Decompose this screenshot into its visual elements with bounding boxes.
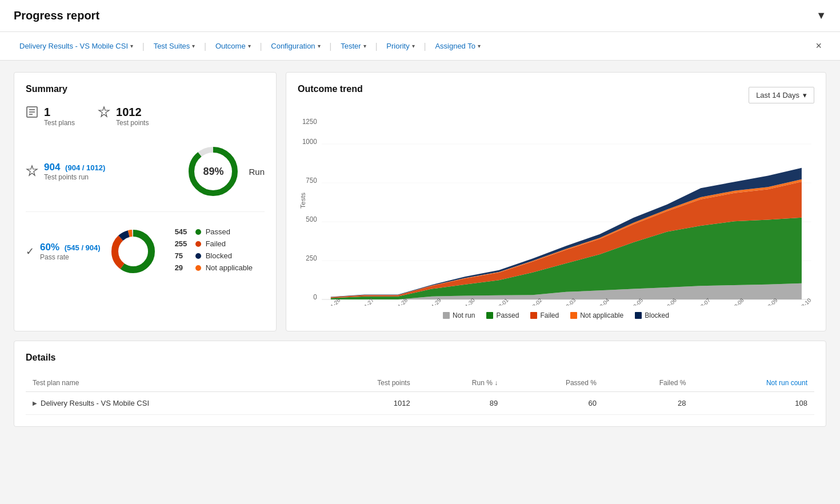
filter-assigned-to[interactable]: Assigned To ▾ [429,38,486,54]
chevron-icon: ▾ [412,43,415,49]
legend-not-applicable: 29 Not applicable [175,263,253,272]
test-points-run-value: 904 [44,162,60,173]
details-table: Test plan name Test points Run % ↓ Passe… [26,374,814,415]
test-plans-icon [26,106,38,122]
legend-not-run: Not run [443,311,475,319]
test-points-count: 1012 [116,106,149,119]
row-test-points: 1012 [314,392,417,415]
row-name: ▶ Delivery Results - VS Mobile CSI [26,392,314,415]
filter-bar: Delivery Results - VS Mobile CSI ▾ | Tes… [0,32,840,61]
legend-not-applicable-trend-label: Not applicable [580,311,623,319]
filter-label-configuration: Configuration [271,42,315,50]
pass-rate-row: ✓ 60% (545 / 904) Pass rate [26,226,265,277]
separator: | [375,42,378,51]
pass-rate-text: 60% (545 / 904) Pass rate [40,242,101,261]
filter-configuration[interactable]: Configuration ▾ [265,38,326,54]
filter-icon[interactable]: ▼ [816,10,826,22]
test-points-run-icon [26,165,38,179]
test-points-metric: 1012 Test points [98,106,149,127]
separator: | [260,42,262,51]
pass-rate-label: Pass rate [40,253,101,261]
test-plans-label: Test plans [44,119,75,127]
outcome-trend-card: Outcome trend Last 14 Days ▾ 0 250 500 7… [286,72,826,331]
page-title: Progress report [14,9,99,22]
svg-text:500: 500 [306,215,317,223]
col-test-points: Test points [314,374,417,392]
svg-text:Tests: Tests [299,193,307,209]
test-points-run-text: 904 (904 / 1012) Test points run [44,162,105,181]
filter-label-outcome: Outcome [215,42,246,50]
header-row: Test plan name Test points Run % ↓ Passe… [26,374,814,392]
summary-card: Summary 1 Test plans [14,72,277,331]
date-range-chevron-icon: ▾ [803,91,807,99]
chevron-icon: ▾ [248,43,251,49]
svg-marker-5 [27,166,37,175]
legend-blocked-trend-label: Blocked [645,311,669,319]
filter-close-button[interactable]: × [811,38,826,54]
col-test-plan-name: Test plan name [26,374,314,392]
test-points-run-label: Test points run [44,173,105,181]
summary-title: Summary [26,84,265,94]
filter-outcome[interactable]: Outcome ▾ [210,38,257,54]
legend-passed-trend: Passed [486,311,519,319]
top-row: Summary 1 Test plans [14,72,826,331]
svg-marker-4 [99,107,109,117]
filter-test-suites[interactable]: Test Suites ▾ [148,38,201,54]
filter-delivery-results[interactable]: Delivery Results - VS Mobile CSI ▾ [14,38,139,54]
pass-rate-fraction: (545 / 904) [65,243,101,252]
run-text-label: Run [249,167,265,177]
col-not-run-count: Not run count [693,374,814,392]
svg-text:750: 750 [306,177,317,185]
test-points-text: 1012 Test points [116,106,149,127]
pass-rate-icon: ✓ [26,245,34,258]
row-plan-name: Delivery Results - VS Mobile CSI [41,399,149,407]
filter-label-tester: Tester [341,42,361,50]
page-header: Progress report ▼ [0,0,840,32]
trend-chart-svg: 0 250 500 750 1000 1250 Tests [298,111,814,306]
legend-passed: 545 Passed [175,227,253,236]
test-plans-text: 1 Test plans [44,106,75,127]
main-content: Summary 1 Test plans [0,61,840,438]
run-donut-label: 89% [203,166,223,178]
filter-label-priority: Priority [386,42,409,50]
svg-text:1250: 1250 [302,118,317,126]
col-failed-pct: Failed % [603,374,693,392]
row-not-run-count: 108 [693,392,814,415]
chevron-icon: ▾ [363,43,366,49]
row-passed-pct: 60 [505,392,603,415]
separator: | [330,42,332,51]
expand-row-button[interactable]: ▶ Delivery Results - VS Mobile CSI [33,399,307,407]
svg-text:2021-11-26: 2021-11-26 [317,297,341,306]
legend-failed-trend-label: Failed [540,311,559,319]
date-range-button[interactable]: Last 14 Days ▾ [749,87,814,103]
legend-blocked: 75 Blocked [175,251,253,260]
chevron-icon: ▾ [318,43,321,49]
legend-blocked-trend: Blocked [635,311,669,319]
legend-failed-trend: Failed [530,311,559,319]
test-points-icon [98,106,110,120]
row-failed-pct: 28 [603,392,693,415]
test-points-run-fraction: (904 / 1012) [65,163,105,172]
run-donut: 89% [185,143,242,200]
filter-label-assigned-to: Assigned To [435,42,475,50]
test-points-label: Test points [116,119,149,127]
svg-text:0: 0 [313,293,317,301]
test-plans-metric: 1 Test plans [26,106,75,127]
legend-not-run-label: Not run [453,311,475,319]
separator: | [424,42,426,51]
col-run-pct[interactable]: Run % ↓ [417,374,505,392]
date-range-label: Last 14 Days [756,91,799,99]
chevron-icon: ▾ [130,43,133,49]
filter-priority[interactable]: Priority ▾ [381,38,420,54]
col-passed-pct: Passed % [505,374,603,392]
details-card: Details Test plan name Test points Run %… [14,341,826,427]
pass-rate-value: 60% [40,242,59,253]
pass-rate-donut [107,226,159,277]
chart-legend: Not run Passed Failed Not applicable Blo… [298,311,814,319]
test-plans-count: 1 [44,106,75,119]
svg-text:1000: 1000 [302,138,317,146]
chevron-icon: ▾ [478,43,481,49]
trend-header: Outcome trend Last 14 Days ▾ [298,84,814,106]
filter-tester[interactable]: Tester ▾ [335,38,371,54]
summary-top-metrics: 1 Test plans 1012 Test points [26,106,265,127]
